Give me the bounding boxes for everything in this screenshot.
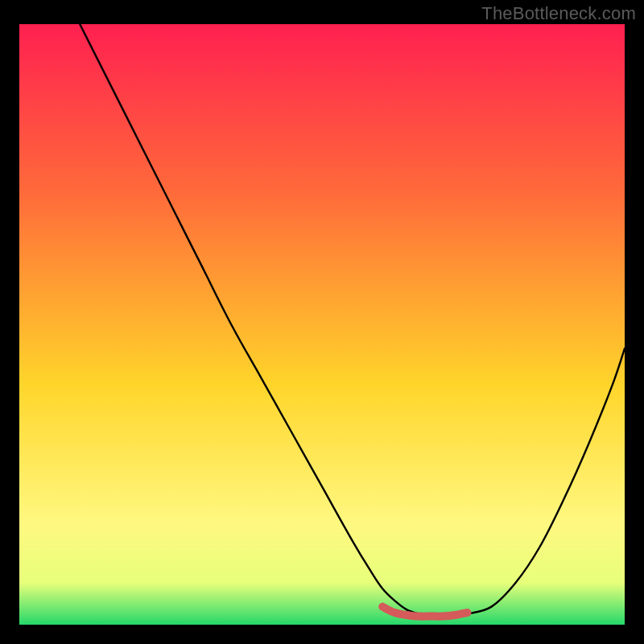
chart-frame: TheBottleneck.com	[0, 0, 644, 644]
gradient-background	[19, 24, 625, 625]
bottleneck-chart	[19, 24, 625, 625]
plot-area	[19, 24, 625, 625]
watermark-text: TheBottleneck.com	[481, 3, 636, 24]
